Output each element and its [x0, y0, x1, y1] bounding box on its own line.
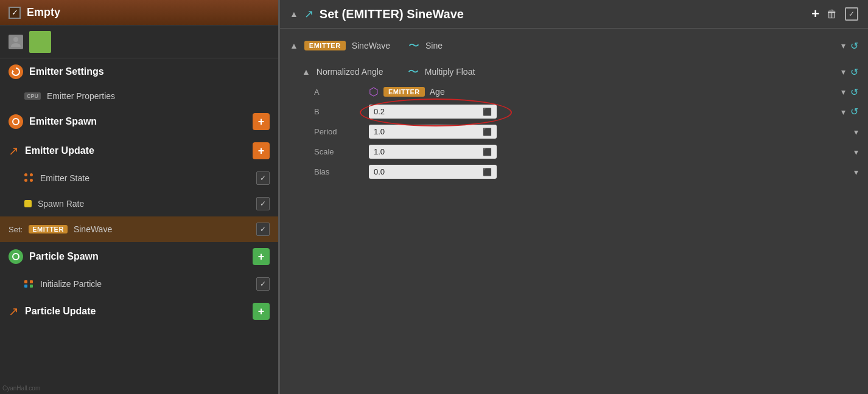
b-field-controls: ▾ ↺: [841, 106, 858, 117]
add-emitter-update-button[interactable]: +: [253, 142, 270, 159]
initialize-particle-label: Initialize Particle: [40, 279, 250, 289]
b-value-field[interactable]: 0.2 ⬛: [369, 105, 497, 119]
add-particle-spawn-button[interactable]: +: [253, 248, 270, 265]
b-field-row: B 0.2 ⬛ ▾ ↺: [290, 102, 858, 122]
spawn-rate-checkbox[interactable]: ✓: [256, 197, 270, 210]
collapse-button[interactable]: ▲: [290, 9, 298, 19]
scale-expand-icon[interactable]: ⬛: [483, 148, 492, 156]
period-value-field[interactable]: 1.0 ⬛: [369, 125, 497, 139]
a-field-controls: ▾ ↺: [841, 86, 858, 98]
sidebar-item-spawn-rate[interactable]: Spawn Rate ✓: [0, 191, 278, 216]
dropdown-arrow-2[interactable]: ▾: [841, 67, 845, 77]
dropdown-arrow-bias[interactable]: ▾: [854, 167, 858, 177]
bias-expand-icon[interactable]: ⬛: [483, 168, 492, 176]
multiply-float-label: Multiply Float: [425, 67, 475, 77]
emitter-tag-inline: EMITTER: [29, 225, 68, 233]
add-icon[interactable]: +: [811, 6, 819, 22]
right-header: ▲ ↗ Set (EMITTER) SineWave + 🗑 ✓: [280, 0, 868, 29]
right-panel-title: Set (EMITTER) SineWave: [320, 7, 805, 21]
age-label: Age: [430, 87, 445, 97]
sidebar-item-emitter-update[interactable]: ↗ Emitter Update +: [0, 136, 278, 165]
normalized-angle-label: Normalized Angle: [317, 67, 402, 77]
emitter-spawn-label: Emitter Spawn: [29, 116, 247, 127]
sinewave-name: SineWave: [352, 41, 390, 50]
scale-value-text: 1.0: [374, 147, 478, 156]
sidebar-item-particle-update[interactable]: ↗ Particle Update +: [0, 297, 278, 326]
content-area: ▲ EMITTER SineWave 〜 Sine ▾ ↺ ▲ Normaliz…: [280, 29, 868, 394]
emitter-state-label: Emitter State: [40, 173, 250, 183]
sinewave-checkbox[interactable]: ✓: [256, 223, 270, 236]
period-controls: ▾: [854, 127, 858, 137]
sidebar-item-initialize-particle[interactable]: Initialize Particle ✓: [0, 271, 278, 297]
panel-title: Empty: [27, 6, 60, 19]
sidebar-item-emitter-properties[interactable]: CPU Emitter Properties: [0, 85, 278, 107]
sidebar-item-set-sinewave[interactable]: Set: EMITTER SineWave ✓: [0, 216, 278, 242]
sidebar-item-particle-spawn[interactable]: Particle Spawn +: [0, 242, 278, 271]
normalized-angle-row: ▲ Normalized Angle 〜 Multiply Float ▾ ↺: [290, 61, 858, 82]
normalized-angle-controls: ▾ ↺: [841, 66, 858, 78]
bias-value-field[interactable]: 0.0 ⬛: [369, 165, 497, 179]
period-label: Period: [314, 127, 363, 136]
reset-icon-2[interactable]: ↺: [850, 66, 858, 78]
emitter-spawn-icon: [9, 114, 23, 129]
emitter-tag-main: EMITTER: [304, 41, 346, 50]
link-icon: ↗: [304, 7, 313, 21]
add-particle-update-button[interactable]: +: [253, 303, 270, 320]
b-label: B: [314, 107, 363, 116]
sine-label: Sine: [425, 41, 443, 50]
refresh-icon: [9, 64, 23, 79]
sidebar-item-emitter-settings[interactable]: Emitter Settings: [0, 58, 278, 85]
bias-field-row: Bias 0.0 ⬛ ▾: [290, 162, 858, 182]
svg-point-2: [13, 119, 19, 125]
period-field-row: Period 1.0 ⬛ ▾: [290, 122, 858, 142]
sine-wave-icon: 〜: [408, 38, 419, 53]
emitter-state-checkbox[interactable]: ✓: [256, 171, 270, 185]
header-checkbox[interactable]: ✓: [845, 7, 858, 21]
link-hex-icon: ⬡: [369, 85, 379, 98]
green-thumbnail: [29, 31, 51, 53]
scale-label: Scale: [314, 147, 363, 156]
dropdown-arrow-1[interactable]: ▾: [841, 41, 845, 50]
multiply-sine-icon: 〜: [408, 64, 419, 79]
b-expand-icon[interactable]: ⬛: [483, 108, 492, 116]
spawn-rate-label: Spawn Rate: [38, 199, 250, 209]
dropdown-arrow-scale[interactable]: ▾: [854, 147, 858, 157]
b-value-wrapper: 0.2 ⬛: [369, 105, 497, 119]
reset-icon-b[interactable]: ↺: [850, 106, 858, 117]
a-value-container: ⬡ EMITTER Age: [369, 85, 835, 98]
reset-icon-1[interactable]: ↺: [850, 40, 858, 52]
sidebar-item-emitter-state[interactable]: Emitter State ✓: [0, 165, 278, 191]
header-checkbox[interactable]: ✓: [9, 7, 21, 19]
initialize-particle-checkbox[interactable]: ✓: [256, 277, 270, 291]
scale-value-field[interactable]: 1.0 ⬛: [369, 145, 497, 159]
reset-icon-a[interactable]: ↺: [850, 86, 858, 98]
multi-dots-icon: [24, 280, 34, 288]
emitter-properties-label: Emitter Properties: [47, 91, 270, 101]
set-prefix: Set:: [9, 225, 23, 234]
watermark: CyanHall.com: [2, 385, 40, 392]
bias-label: Bias: [314, 167, 363, 176]
right-panel: ▲ ↗ Set (EMITTER) SineWave + 🗑 ✓ ▲ EMITT…: [280, 0, 868, 394]
person-icon: [9, 35, 23, 49]
emitter-row-collapse[interactable]: ▲: [290, 41, 298, 50]
svg-point-0: [13, 37, 18, 42]
dropdown-arrow-a[interactable]: ▾: [841, 87, 845, 97]
arrow-icon: ↗: [9, 143, 19, 158]
svg-marker-1: [12, 70, 14, 72]
particle-update-label: Particle Update: [25, 306, 247, 317]
sidebar-item-emitter-spawn[interactable]: Emitter Spawn +: [0, 107, 278, 136]
period-expand-icon[interactable]: ⬛: [483, 128, 492, 136]
normalized-angle-collapse[interactable]: ▲: [302, 67, 310, 77]
particle-spawn-icon: [9, 249, 23, 264]
a-field-row: A ⬡ EMITTER Age ▾ ↺: [290, 82, 858, 102]
panel-header: ✓ Empty: [0, 0, 278, 26]
spawn-rate-icon: [24, 200, 32, 207]
period-value-text: 1.0: [374, 127, 478, 136]
trash-icon[interactable]: 🗑: [827, 8, 838, 21]
emitter-sinewave-row: ▲ EMITTER SineWave 〜 Sine ▾ ↺: [290, 35, 858, 57]
add-emitter-spawn-button[interactable]: +: [253, 113, 270, 130]
left-panel: ✓ Empty Emitter Settings CPU Emitter Pro…: [0, 0, 280, 394]
dropdown-arrow-b[interactable]: ▾: [841, 107, 845, 117]
particle-spawn-label: Particle Spawn: [29, 251, 247, 262]
dropdown-arrow-period[interactable]: ▾: [854, 127, 858, 137]
